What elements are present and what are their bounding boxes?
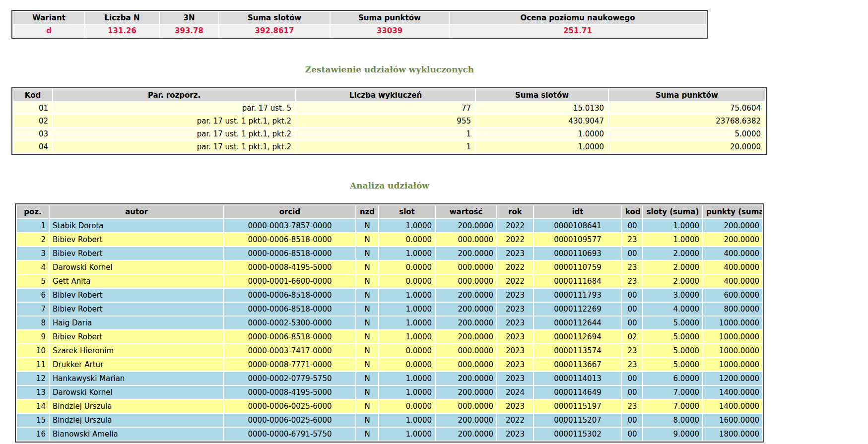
- table-cell: 1.0000: [379, 414, 435, 427]
- exclusions-table: Kod Par. rozporz. Liczba wykluczeń Suma …: [11, 87, 767, 155]
- table-cell: 0000-0006-8518-0000: [224, 303, 355, 316]
- column-header-rok: rok: [497, 205, 533, 218]
- table-cell: 2023: [497, 344, 533, 357]
- table-cell: 12: [17, 372, 49, 385]
- table-cell: 2022: [497, 275, 533, 288]
- table-cell: 000.0000: [436, 261, 496, 274]
- column-header-kod: Kod: [13, 89, 52, 101]
- column-header-autor: autor: [50, 205, 223, 218]
- table-cell: 5.0000: [643, 317, 702, 329]
- table-cell: 00: [622, 386, 642, 399]
- column-header-nzd: nzd: [356, 205, 378, 218]
- table-cell: 0000112644: [534, 317, 621, 329]
- table-cell: 800.0000: [703, 303, 762, 316]
- table-cell: 15: [17, 414, 49, 427]
- column-header-3n: 3N: [160, 12, 218, 24]
- table-cell: 7.0000: [643, 386, 702, 399]
- table-cell: 1800.0000: [703, 428, 762, 441]
- column-header-suma-slotow: Suma slotów: [219, 12, 330, 24]
- table-row: 04par. 17 ust. 1 pkt.1, pkt.211.000020.0…: [13, 141, 765, 153]
- table-cell: 200.0000: [436, 372, 496, 385]
- table-cell: 200.0000: [436, 303, 496, 316]
- table-cell: N: [356, 247, 378, 260]
- table-cell: 4.0000: [643, 303, 702, 316]
- table-cell: Darowski Kornel: [50, 261, 223, 274]
- table-cell: 400.0000: [703, 261, 762, 274]
- table-cell: 02: [622, 330, 642, 343]
- table-row: 14Bindziej Urszula0000-0006-0025-6000N0.…: [17, 400, 762, 413]
- table-cell: 2022: [497, 219, 533, 232]
- table-cell: 6: [17, 289, 49, 302]
- table-cell: 0000115302: [534, 428, 621, 441]
- table-cell: 0000-0006-8518-0000: [224, 289, 355, 302]
- table-row: 10Szarek Hieronim0000-0003-7417-0000N0.0…: [17, 344, 762, 357]
- table-cell: 5.0000: [643, 330, 702, 343]
- table-cell: 000.0000: [436, 233, 496, 246]
- table-cell: N: [356, 386, 378, 399]
- table-cell: 0.0000: [379, 233, 435, 246]
- column-header-orcid: orcid: [224, 205, 355, 218]
- table-cell: N: [356, 372, 378, 385]
- table-cell: 2023: [497, 247, 533, 260]
- table-cell: 1.0000: [379, 372, 435, 385]
- table-cell: 9.0000: [643, 428, 702, 441]
- table-cell: 1: [296, 128, 475, 140]
- table-cell: N: [356, 358, 378, 371]
- table-cell: 200.0000: [436, 386, 496, 399]
- table-cell: 0000-0002-0779-5750: [224, 372, 355, 385]
- table-cell: 5.0000: [643, 358, 702, 371]
- table-cell: Bindziej Urszula: [50, 400, 223, 413]
- table-cell: 9: [17, 330, 49, 343]
- table-cell: 11: [17, 358, 49, 371]
- table-cell: 0000-0002-5300-0000: [224, 317, 355, 329]
- table-cell: Gett Anita: [50, 275, 223, 288]
- value-3n: 393.78: [160, 25, 218, 37]
- table-cell: 5: [17, 275, 49, 288]
- table-cell: N: [356, 414, 378, 427]
- table-cell: 23: [622, 358, 642, 371]
- table-cell: 0000-0006-0025-6000: [224, 400, 355, 413]
- table-cell: 0.0000: [379, 358, 435, 371]
- column-header-idt: idt: [534, 205, 621, 218]
- table-cell: Szarek Hieronim: [50, 344, 223, 357]
- table-cell: 1: [296, 141, 475, 153]
- analysis-table: poz. autor orcid nzd slot wartość rok id…: [15, 203, 764, 443]
- table-cell: Hankawyski Marian: [50, 372, 223, 385]
- table-row: 4Darowski Kornel0000-0008-4195-5000N0.00…: [17, 261, 762, 274]
- table-cell: N: [356, 275, 378, 288]
- table-row: 12Hankawyski Marian0000-0002-0779-5750N1…: [17, 372, 762, 385]
- table-cell: N: [356, 233, 378, 246]
- table-cell: 04: [13, 141, 52, 153]
- table-cell: 3.0000: [643, 289, 702, 302]
- table-cell: par. 17 ust. 1 pkt.1, pkt.2: [53, 115, 295, 127]
- table-cell: 00: [622, 414, 642, 427]
- table-cell: 0000110759: [534, 261, 621, 274]
- table-row: 5Gett Anita0000-0001-6600-0000N0.0000000…: [17, 275, 762, 288]
- variant-summary-header-row: Wariant Liczba N 3N Suma slotów Suma pun…: [13, 12, 706, 24]
- table-cell: 0000-0006-8518-0000: [224, 247, 355, 260]
- table-cell: 0.0000: [379, 275, 435, 288]
- value-suma-slotow: 392.8617: [219, 25, 330, 37]
- table-cell: 600.0000: [703, 289, 762, 302]
- table-cell: 00: [622, 289, 642, 302]
- table-cell: 23768.6382: [609, 115, 765, 127]
- table-cell: 1000.0000: [703, 344, 762, 357]
- table-cell: 23: [622, 400, 642, 413]
- table-cell: 1.0000: [643, 233, 702, 246]
- table-row: 8Haig Daria0000-0002-5300-0000N1.0000200…: [17, 317, 762, 329]
- exclusions-section-title: Zestawienie udziałów wykluczonych: [12, 64, 767, 74]
- table-cell: 00: [622, 428, 642, 441]
- table-cell: 1400.0000: [703, 400, 762, 413]
- table-cell: 02: [13, 115, 52, 127]
- table-cell: 0.0000: [379, 344, 435, 357]
- column-header-slot: slot: [379, 205, 435, 218]
- value-liczba-n: 131.26: [85, 25, 159, 37]
- value-wariant: d: [13, 25, 84, 37]
- table-cell: 00: [622, 247, 642, 260]
- table-cell: 000.0000: [436, 275, 496, 288]
- column-header-liczba-n: Liczba N: [85, 12, 159, 24]
- table-cell: 2023: [497, 400, 533, 413]
- table-cell: 1000.0000: [703, 358, 762, 371]
- table-cell: Stabik Dorota: [50, 219, 223, 232]
- table-cell: N: [356, 289, 378, 302]
